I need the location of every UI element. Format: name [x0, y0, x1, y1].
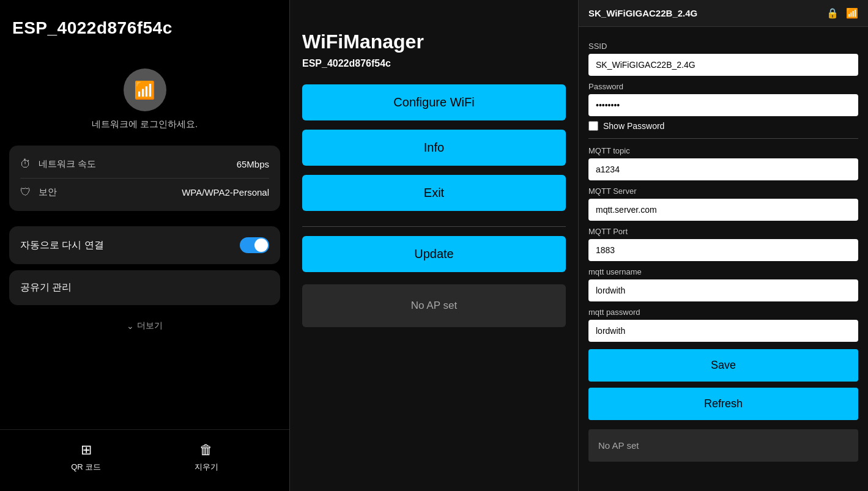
manage-label: 공유기 관리 — [20, 281, 72, 294]
security-label: 보안 — [39, 186, 57, 198]
delete-button[interactable]: 🗑 지우기 — [195, 442, 218, 473]
network-info-card: ⏱ 네트워크 속도 65Mbps 🛡 보안 WPA/WPA2-Personal — [9, 146, 280, 211]
security-left: 🛡 보안 — [20, 186, 57, 199]
wm-title: WiFiManager — [302, 31, 566, 53]
lock-icon: 🔒 — [826, 7, 839, 19]
wifi-icon: 📶 — [134, 80, 155, 100]
trash-icon: 🗑 — [199, 442, 213, 458]
ssid-input[interactable] — [588, 54, 858, 76]
signal-icon: 📶 — [846, 7, 858, 19]
network-speed-label: 네트워크 속도 — [39, 158, 96, 170]
password-label: Password — [588, 82, 858, 91]
auto-reconnect-row: 자동으로 다시 연결 — [9, 226, 280, 264]
auto-reconnect-toggle[interactable] — [240, 237, 269, 253]
section-divider-1 — [588, 138, 858, 139]
no-ap-box-3: No AP set — [588, 429, 858, 462]
more-label: 더보기 — [137, 320, 163, 331]
configure-wifi-button[interactable]: Configure WiFi — [302, 84, 566, 120]
panel-wifi-details: ESP_4022d876f54c 📶 네트워크에 로그인하세요. ⏱ 네트워크 … — [0, 0, 289, 491]
panel-wifi-manager: WiFiManager ESP_4022d876f54c Configure W… — [289, 0, 579, 491]
network-speed-row: ⏱ 네트워크 속도 65Mbps — [9, 150, 280, 178]
mqtt-server-label: MQTT Server — [588, 186, 858, 196]
qr-label: QR 코드 — [71, 462, 101, 473]
mqtt-password-input[interactable] — [588, 320, 858, 342]
mqtt-username-label: mqtt username — [588, 267, 858, 276]
wifi-icon-area: 📶 네트워크에 로그인하세요. — [0, 50, 289, 136]
wm-divider — [302, 226, 566, 227]
auto-reconnect-card: 자동으로 다시 연결 — [9, 226, 280, 264]
panel-config: SK_WiFiGIGAC22B_2.4G 🔒 📶 SSID Password S… — [579, 0, 868, 491]
panel1-title: ESP_4022d876f54c — [12, 18, 277, 38]
security-icon: 🛡 — [20, 186, 31, 199]
security-row: 🛡 보안 WPA/WPA2-Personal — [9, 179, 280, 206]
no-ap-text: No AP set — [411, 300, 457, 311]
network-speed-value: 65Mbps — [237, 159, 269, 169]
wifi-subtitle: 네트워크에 로그인하세요. — [92, 119, 198, 130]
mqtt-port-label: MQTT Port — [588, 227, 858, 236]
update-button[interactable]: Update — [302, 236, 566, 272]
refresh-button[interactable]: Refresh — [588, 388, 858, 420]
mqtt-topic-input[interactable] — [588, 158, 858, 180]
mqtt-password-label: mqtt password — [588, 308, 858, 317]
mqtt-server-input[interactable] — [588, 199, 858, 221]
show-password-row: Show Password — [588, 121, 858, 131]
chevron-down-icon: ⌄ — [127, 321, 134, 331]
security-value: WPA/WPA2-Personal — [182, 187, 269, 198]
header-icons: 🔒 📶 — [826, 7, 858, 19]
delete-label: 지우기 — [195, 462, 218, 473]
info-button[interactable]: Info — [302, 130, 566, 166]
show-password-checkbox[interactable] — [588, 121, 598, 131]
wifi-circle: 📶 — [124, 68, 166, 111]
qr-code-button[interactable]: ⊞ QR 코드 — [71, 442, 101, 473]
more-row[interactable]: ⌄ 더보기 — [0, 311, 289, 341]
config-body: SSID Password Show Password MQTT topic M… — [579, 27, 868, 491]
show-password-label: Show Password — [603, 121, 664, 131]
auto-reconnect-label: 자동으로 다시 연결 — [20, 239, 104, 252]
speed-icon: ⏱ — [20, 158, 31, 171]
mqtt-username-input[interactable] — [588, 279, 858, 301]
network-speed-left: ⏱ 네트워크 속도 — [20, 158, 96, 171]
exit-button[interactable]: Exit — [302, 175, 566, 211]
manage-row[interactable]: 공유기 관리 — [9, 270, 280, 305]
panel1-header: ESP_4022d876f54c — [0, 0, 289, 50]
bottom-actions: ⊞ QR 코드 🗑 지우기 — [0, 429, 289, 491]
panel3-header: SK_WiFiGIGAC22B_2.4G 🔒 📶 — [579, 0, 868, 27]
mqtt-topic-label: MQTT topic — [588, 146, 858, 155]
wm-subtitle: ESP_4022d876f54c — [302, 58, 566, 69]
ssid-label: SSID — [588, 42, 858, 51]
no-ap-box: No AP set — [302, 284, 566, 327]
save-button[interactable]: Save — [588, 349, 858, 382]
no-ap-text-3: No AP set — [598, 440, 639, 451]
panel3-header-title: SK_WiFiGIGAC22B_2.4G — [588, 8, 697, 18]
password-input[interactable] — [588, 94, 858, 116]
mqtt-port-input[interactable] — [588, 239, 858, 261]
toggle-knob — [254, 238, 268, 252]
qr-icon: ⊞ — [81, 442, 92, 458]
